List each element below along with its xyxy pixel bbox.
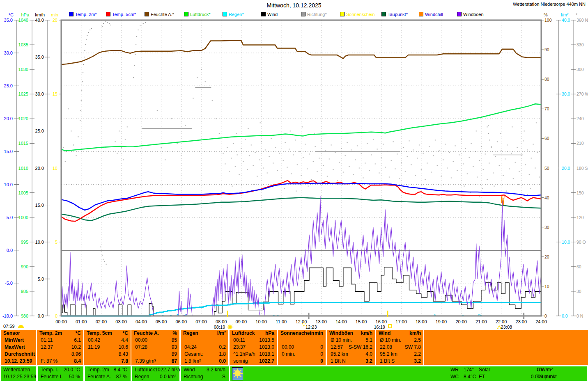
- table-column-name: Windböen: [327, 330, 353, 337]
- statusbar-label: Feuchte A.: [85, 373, 111, 380]
- wind-direction-dot: [349, 166, 349, 167]
- axis-tick-label: km/h: [35, 12, 45, 17]
- table-cell-value: SW 7.8: [405, 344, 423, 351]
- wind-direction-dot: [393, 141, 394, 142]
- table-cell-value: 8.43: [119, 351, 131, 358]
- table-cell-value: 3.2: [414, 358, 423, 365]
- table-cell-left: 04:24: [181, 344, 197, 351]
- axis-tick-label: 360 N: [577, 18, 588, 23]
- table-column-temp-2m: Temp. 2m°C01:116.112:3710.28.96F: 87 %8.…: [37, 330, 83, 365]
- axis-tick-label: 07:00: [195, 319, 207, 324]
- axis-tick-label: 50: [544, 166, 549, 171]
- table-cell-row: 07:2893: [131, 344, 179, 351]
- axis-tick-label: 30.0: [35, 91, 44, 96]
- wind-direction-dot: [539, 177, 540, 178]
- axis-tick-label: 20.0: [4, 116, 13, 121]
- axis-tick-label: 09:00: [236, 319, 247, 324]
- wind-direction-dot: [371, 154, 372, 155]
- series-windboeen: [212, 254, 260, 316]
- axis-tick-label: 330: [577, 42, 584, 47]
- wind-direction-dot: [488, 125, 489, 126]
- wind-direction-dot: [492, 151, 493, 152]
- wind-direction-dot: [435, 140, 436, 140]
- wind-direction-dot: [80, 120, 80, 121]
- axis-tick-label: 15.0: [35, 203, 44, 208]
- wind-direction-dot: [301, 175, 302, 176]
- axis-tick-label: 10.0: [4, 182, 13, 187]
- wind-direction-dot: [457, 170, 457, 171]
- wind-direction-dot: [413, 149, 413, 150]
- table-row-label-text: Durchschnitt: [1, 351, 35, 358]
- axis-tick-label: 990: [21, 264, 28, 269]
- wind-direction-dot: [347, 142, 348, 143]
- wind-direction-dot: [495, 156, 496, 157]
- axis-tick-label: 03:00: [115, 319, 127, 324]
- statusbar-label: Taupunkt: [537, 373, 557, 380]
- statusbar-row: 10.12.25 23:59: [1, 373, 36, 380]
- wind-direction-dot: [327, 176, 328, 177]
- wind-direction-dot: [501, 150, 502, 151]
- wind-direction-dot: [273, 162, 273, 163]
- wind-direction-dot: [283, 160, 284, 161]
- wind-direction-dot: [236, 133, 237, 134]
- table-cell-row: 1 Bft N3.2: [327, 358, 375, 365]
- statusbar-label: Luftdruck: [132, 366, 155, 373]
- axis-tick-label: 1020: [18, 116, 28, 121]
- wind-direction-dot: [249, 155, 250, 156]
- wind-direction-dot: [391, 160, 392, 161]
- wind-direction-dot: [483, 169, 484, 170]
- table-cell-value: 1022.7: [259, 358, 277, 365]
- wind-direction-dot: [297, 164, 298, 165]
- table-cell-row: 00:0085: [131, 337, 179, 344]
- sunrise-sun-icon: [228, 325, 229, 325]
- wind-direction-dot: [469, 157, 470, 158]
- wind-direction-dot: [459, 154, 459, 155]
- wind-direction-dot: [73, 144, 74, 145]
- axis-tick-label: hPa: [21, 12, 29, 17]
- axis-tick-label: 15.0: [4, 149, 13, 154]
- table-column-unit: min: [315, 330, 326, 337]
- wind-direction-dot: [87, 35, 87, 36]
- wind-direction-dot: [296, 191, 296, 192]
- wind-direction-dot: [517, 147, 518, 148]
- wind-direction-dot: [309, 153, 310, 154]
- wind-direction-dot: [401, 162, 402, 162]
- wind-direction-dot: [127, 126, 128, 127]
- table-column-unit: hPa: [265, 330, 277, 337]
- axis-tick-label: l/m²: [561, 12, 569, 17]
- wind-direction-dot: [145, 22, 146, 23]
- wind-direction-dot: [331, 144, 332, 145]
- wind-direction-dot: [431, 172, 432, 173]
- wind-direction-dot: [80, 110, 81, 111]
- table-cell-left: [84, 358, 88, 365]
- axis-tick-label: 20.0: [35, 166, 44, 171]
- wind-direction-dot: [63, 147, 64, 148]
- table-cell-left: Ø 10 min.: [376, 337, 401, 344]
- wind-direction-dot: [78, 136, 78, 137]
- statusbar-label: Temp. 2m: [85, 366, 109, 373]
- table-cell-value: 5.1: [365, 337, 375, 344]
- wind-direction-dot: [491, 147, 492, 148]
- axis-tick-label: 10.0: [35, 240, 44, 245]
- table-column-regen: Regenl/m²04:240.2Gesamt:1.81.8 l/m²0.0: [181, 330, 228, 365]
- wind-direction-dot: [223, 153, 224, 153]
- table-cell-left: 95.2 km: [327, 351, 348, 358]
- statusbar-label: Wind: [181, 366, 195, 373]
- axis-tick-label: 60: [544, 136, 549, 141]
- wind-direction-dot: [525, 164, 526, 165]
- table-cell-left: ^1.1hPa/h: [230, 351, 255, 358]
- sun-icon: [232, 367, 243, 380]
- wind-direction-dot: [389, 177, 390, 178]
- status-bar: Wetterdaten10.12.25 23:59Temp. I.20.0 °C…: [0, 366, 588, 382]
- wind-direction-dot: [477, 177, 478, 178]
- table-cell-value: 10.6: [119, 344, 131, 351]
- wind-direction-dot: [479, 197, 480, 197]
- axis-tick-label: 995: [21, 240, 28, 245]
- wind-direction-dot: [321, 140, 322, 141]
- axis-tick-label: °C: [9, 12, 14, 17]
- wind-direction-dot: [82, 81, 83, 82]
- table-cell-value: 0.2: [219, 344, 228, 351]
- axis-tick-label: 24:00: [535, 319, 547, 324]
- statusbar-cell: Luftdruck1022.7 hPaRegen0.0 l/m²: [132, 366, 179, 381]
- axis-tick-label: 40.0: [35, 18, 44, 23]
